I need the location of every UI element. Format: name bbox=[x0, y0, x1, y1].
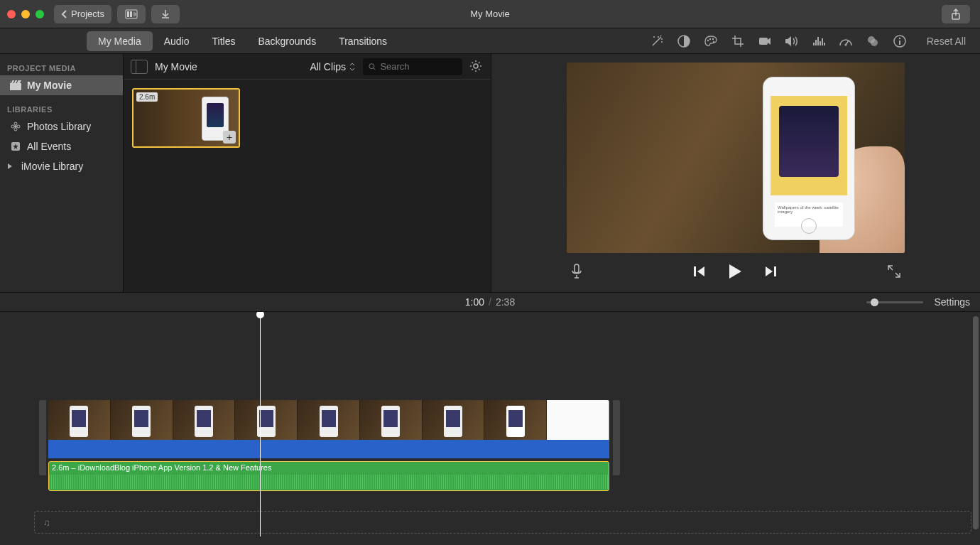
share-button[interactable] bbox=[942, 5, 970, 23]
titlebar: Projects My Movie bbox=[0, 0, 980, 28]
clip-handle-left[interactable] bbox=[39, 400, 46, 475]
audio-waveform bbox=[49, 475, 609, 489]
preview-video[interactable]: Wallpapers of the week: satellite imager… bbox=[567, 63, 905, 253]
chevron-left-icon bbox=[61, 10, 67, 18]
download-icon bbox=[160, 9, 170, 19]
search-box[interactable] bbox=[363, 58, 462, 75]
svg-point-12 bbox=[844, 43, 846, 45]
sidebar-toggle-button[interactable] bbox=[131, 60, 148, 74]
svg-point-4 bbox=[653, 36, 655, 38]
playhead[interactable] bbox=[260, 312, 261, 536]
tab-backgrounds[interactable]: Backgrounds bbox=[246, 31, 327, 51]
palette-icon bbox=[704, 35, 718, 48]
enhance-button[interactable] bbox=[650, 34, 664, 48]
clips-filter-dropdown[interactable]: All Clips bbox=[310, 61, 356, 72]
clapperboard-icon bbox=[10, 80, 21, 91]
preview-panel: Wallpapers of the week: satellite imager… bbox=[491, 54, 980, 292]
maximize-window-button[interactable] bbox=[36, 10, 44, 18]
tab-my-media[interactable]: My Media bbox=[87, 31, 153, 51]
volume-button[interactable] bbox=[785, 34, 799, 48]
clip-duration-badge: 2.6m bbox=[136, 92, 158, 102]
search-input[interactable] bbox=[380, 61, 457, 72]
audio-track-clip[interactable]: 2.6m – iDownloadBlog iPhone App Version … bbox=[48, 461, 609, 491]
sidebar-item-all-events[interactable]: All Events bbox=[0, 136, 123, 156]
main-area: PROJECT MEDIA My Movie LIBRARIES Photos … bbox=[0, 54, 980, 292]
share-icon bbox=[951, 9, 961, 20]
voiceover-button[interactable] bbox=[571, 264, 582, 279]
browser-toolbar: My Movie All Clips bbox=[124, 54, 491, 80]
svg-point-8 bbox=[709, 38, 711, 39]
svg-point-16 bbox=[899, 37, 900, 38]
color-balance-button[interactable] bbox=[677, 34, 691, 48]
media-tabs: My Media Audio Titles Backgrounds Transi… bbox=[87, 31, 398, 51]
microphone-icon bbox=[571, 264, 582, 279]
project-media-header: PROJECT MEDIA bbox=[0, 61, 123, 75]
total-time: 2:38 bbox=[496, 296, 515, 308]
projects-back-button[interactable]: Projects bbox=[54, 5, 111, 23]
preview-phone: Wallpapers of the week: satellite imager… bbox=[763, 77, 855, 240]
clip-add-button[interactable]: + bbox=[223, 131, 236, 144]
speed-button[interactable] bbox=[839, 34, 853, 48]
video-track-bar[interactable] bbox=[48, 440, 609, 458]
scrollbar-thumb[interactable] bbox=[973, 316, 979, 529]
sidebar-item-photos-library[interactable]: Photos Library bbox=[0, 117, 123, 136]
reset-all-button[interactable]: Reset All bbox=[927, 36, 966, 47]
disclosure-triangle-icon[interactable] bbox=[4, 161, 16, 172]
flower-icon bbox=[10, 121, 21, 132]
background-music-track[interactable]: ♫ bbox=[34, 511, 971, 534]
info-icon bbox=[893, 35, 906, 48]
inspector-tools: Reset All bbox=[636, 28, 980, 53]
tab-transitions[interactable]: Transitions bbox=[327, 31, 398, 51]
sort-arrows-icon bbox=[349, 63, 356, 71]
sidebar-my-movie-label: My Movie bbox=[27, 80, 72, 91]
expand-icon bbox=[888, 265, 900, 278]
noise-reduction-button[interactable] bbox=[812, 34, 826, 48]
sidebar-item-imovie-library[interactable]: iMovie Library bbox=[0, 156, 123, 176]
crop-button[interactable] bbox=[731, 34, 745, 48]
media-clip[interactable]: 2.6m + bbox=[132, 88, 240, 148]
media-tabs-row: My Media Audio Titles Backgrounds Transi… bbox=[0, 28, 980, 54]
tab-titles[interactable]: Titles bbox=[201, 31, 247, 51]
sidebar-imovie-label: iMovie Library bbox=[21, 161, 83, 172]
zoom-thumb[interactable] bbox=[871, 298, 878, 306]
zoom-slider[interactable] bbox=[866, 301, 923, 303]
svg-point-9 bbox=[712, 38, 714, 39]
clips-filter-label: All Clips bbox=[310, 61, 346, 72]
svg-point-7 bbox=[707, 39, 709, 41]
clip-filter-button[interactable] bbox=[866, 34, 880, 48]
color-correction-button[interactable] bbox=[704, 34, 718, 48]
clip-handle-right[interactable] bbox=[613, 400, 620, 475]
minimize-window-button[interactable] bbox=[21, 10, 30, 18]
timeline[interactable]: 2.6m – iDownloadBlog iPhone App Version … bbox=[0, 312, 980, 545]
info-button[interactable] bbox=[893, 34, 907, 48]
speedometer-icon bbox=[839, 36, 853, 47]
play-icon bbox=[727, 263, 743, 280]
library-view-button[interactable] bbox=[117, 5, 146, 23]
speaker-icon bbox=[785, 36, 799, 47]
prev-frame-button[interactable] bbox=[693, 266, 706, 277]
camera-icon bbox=[758, 36, 771, 47]
svg-rect-2 bbox=[130, 11, 132, 17]
import-button[interactable] bbox=[151, 5, 180, 23]
equalizer-icon bbox=[812, 36, 825, 47]
sidebar-all-events-label: All Events bbox=[27, 141, 71, 152]
close-window-button[interactable] bbox=[7, 10, 16, 18]
timeline-scrollbar[interactable] bbox=[973, 312, 979, 545]
svg-rect-1 bbox=[127, 11, 129, 17]
browser-settings-button[interactable] bbox=[469, 60, 484, 74]
timeline-settings-button[interactable]: Settings bbox=[934, 296, 970, 308]
sidebar-item-my-movie[interactable]: My Movie bbox=[0, 75, 123, 95]
overlap-circles-icon bbox=[866, 35, 879, 48]
zoom-track[interactable] bbox=[866, 301, 923, 303]
media-browser: My Movie All Clips 2.6m + bbox=[124, 54, 491, 292]
play-button[interactable] bbox=[727, 263, 743, 280]
next-frame-button[interactable] bbox=[764, 266, 777, 277]
tab-audio[interactable]: Audio bbox=[153, 31, 201, 51]
sidebar: PROJECT MEDIA My Movie LIBRARIES Photos … bbox=[0, 54, 124, 292]
svg-point-23 bbox=[11, 125, 14, 128]
stabilization-button[interactable] bbox=[758, 34, 772, 48]
svg-rect-11 bbox=[759, 38, 768, 45]
fullscreen-button[interactable] bbox=[888, 265, 900, 278]
skip-back-icon bbox=[693, 266, 706, 277]
svg-rect-29 bbox=[774, 266, 776, 276]
